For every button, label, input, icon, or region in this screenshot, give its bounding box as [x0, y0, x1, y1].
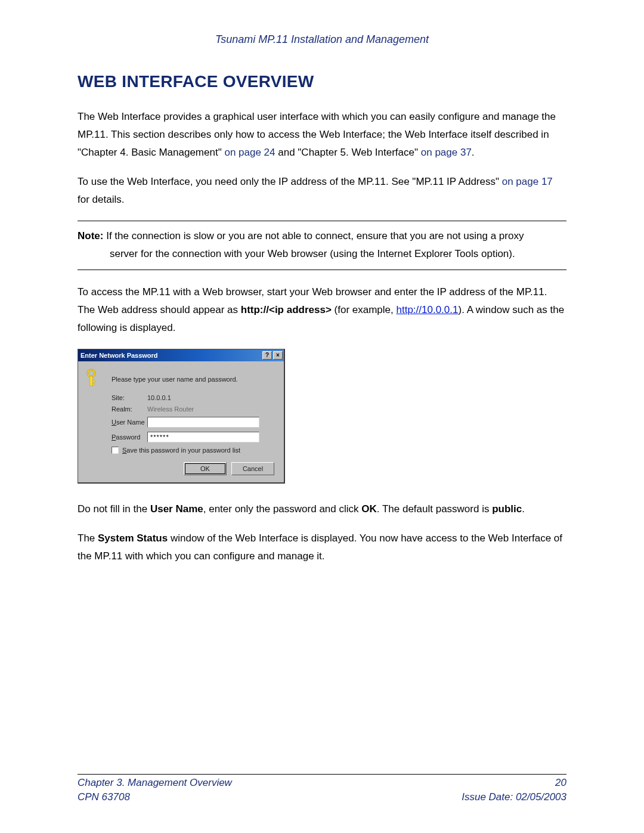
username-label: User Name [112, 419, 147, 426]
bold-public: public [492, 503, 522, 515]
xref-page-24[interactable]: on page 24 [224, 147, 275, 158]
text: Do not fill in the [78, 503, 150, 515]
text: The [78, 532, 98, 544]
paragraph-access: To access the MP.11 with a Web browser, … [78, 283, 566, 336]
section-title: WEB INTERFACE OVERVIEW [78, 72, 566, 91]
text: To use the Web Interface, you need only … [78, 176, 502, 187]
url-template: http://<ip address> [241, 304, 332, 315]
save-password-checkbox[interactable] [112, 447, 119, 454]
username-input[interactable] [147, 417, 259, 428]
paragraph-instruction: Do not fill in the User Name, enter only… [78, 500, 566, 518]
bold-username: User Name [150, 503, 203, 515]
site-value: 10.0.0.1 [147, 394, 171, 401]
dialog-message: Please type your user name and password. [112, 376, 238, 383]
footer-chapter: Chapter 3. Management Overview [78, 776, 232, 790]
realm-label: Realm: [112, 405, 147, 413]
note-line2: server for the connection with your Web … [110, 245, 566, 263]
dialog-titlebar[interactable]: Enter Network Password ? × [78, 349, 284, 361]
text: and "Chapter 5. Web Interface" [275, 147, 421, 158]
note-label: Note: [78, 230, 103, 241]
close-icon[interactable]: × [273, 351, 283, 360]
text: . The default password is [377, 503, 492, 515]
page-footer: Chapter 3. Management Overview 20 CPN 63… [78, 774, 566, 804]
text: , enter only the password and click [203, 503, 362, 515]
text: (for example, [332, 304, 397, 315]
xref-page-17[interactable]: on page 17 [502, 176, 553, 187]
example-url-link[interactable]: http://10.0.0.1 [397, 304, 459, 315]
paragraph-intro: The Web Interface provides a graphical u… [78, 108, 566, 161]
dialog-title: Enter Network Password [80, 352, 158, 359]
password-input[interactable] [147, 432, 259, 442]
text: . [522, 503, 525, 515]
cancel-button[interactable]: Cancel [231, 462, 274, 475]
svg-rect-2 [90, 376, 92, 386]
footer-cpn: CPN 63708 [78, 790, 130, 804]
paragraph-ip: To use the Web Interface, you need only … [78, 173, 566, 209]
bold-ok: OK [361, 503, 377, 515]
note-block: Note: If the connection is slow or you a… [78, 221, 566, 271]
site-label: Site: [112, 394, 147, 401]
password-dialog: Enter Network Password ? × [78, 349, 285, 484]
svg-rect-3 [92, 380, 95, 382]
footer-rule [78, 774, 566, 775]
text: . [472, 147, 475, 158]
text: for details. [78, 194, 124, 205]
footer-issue-date: Issue Date: 02/05/2003 [462, 790, 566, 804]
xref-page-37[interactable]: on page 37 [421, 147, 472, 158]
ok-button[interactable]: OK [184, 462, 227, 475]
svg-rect-4 [92, 383, 94, 385]
save-password-label: Save this password in your password list [122, 447, 240, 454]
svg-point-1 [88, 370, 95, 377]
realm-value: Wireless Router [147, 405, 194, 413]
help-icon[interactable]: ? [262, 351, 272, 360]
bold-systemstatus: System Status [98, 532, 168, 544]
doc-header: Tsunami MP.11 Installation and Managemen… [78, 33, 566, 46]
password-label: Password [112, 433, 147, 441]
paragraph-systemstatus: The System Status window of the Web Inte… [78, 529, 566, 565]
footer-page-number: 20 [555, 776, 566, 790]
note-line1: If the connection is slow or you are not… [103, 230, 524, 241]
key-icon [85, 368, 102, 390]
